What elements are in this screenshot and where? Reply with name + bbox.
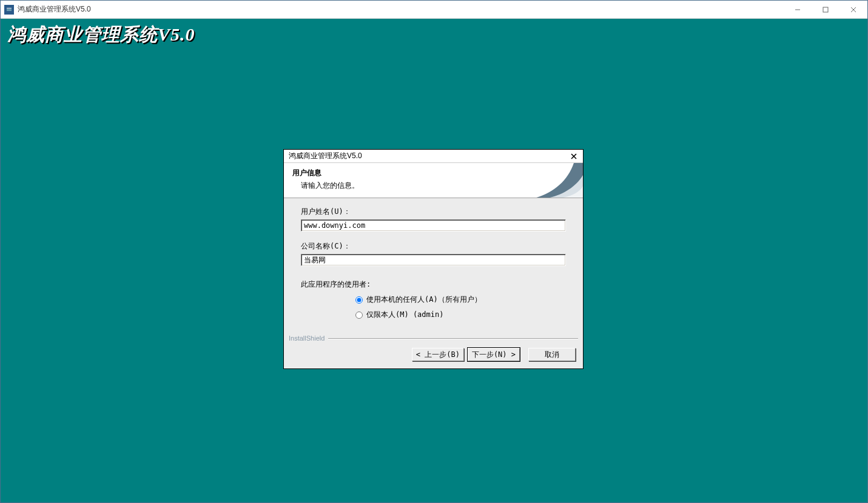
cancel-button[interactable]: 取消	[528, 348, 576, 361]
divider-line	[328, 338, 578, 339]
maximize-button[interactable]	[812, 1, 839, 18]
next-button[interactable]: 下一步(N) >	[468, 348, 520, 361]
app-window: 鸿威商业管理系统V5.0 鸿威商业管理系统V5.0 鸿威商业管理系统V5.0	[0, 0, 868, 503]
company-input[interactable]	[301, 254, 566, 266]
company-label: 公司名称(C)：	[301, 241, 566, 252]
installshield-brand: InstallShield	[289, 335, 325, 342]
close-button[interactable]	[839, 1, 867, 18]
installer-dialog: 鸿威商业管理系统V5.0 用户信息 请输入您的信息。	[283, 149, 584, 369]
app-icon	[4, 5, 14, 15]
dialog-header: 用户信息 请输入您的信息。	[284, 163, 583, 198]
dialog-close-button[interactable]	[567, 151, 580, 162]
username-input[interactable]	[301, 219, 566, 232]
svg-rect-2	[7, 9, 12, 10]
dialog-button-row: < 上一步(B) 下一步(N) > 取消	[284, 342, 583, 368]
user-scope-label: 此应用程序的使用者:	[301, 279, 566, 290]
dialog-title: 鸿威商业管理系统V5.0	[289, 151, 362, 161]
app-banner: 鸿威商业管理系统V5.0	[7, 22, 195, 47]
username-label: 用户姓名(U)：	[301, 207, 566, 217]
radio-only-me[interactable]	[355, 311, 363, 319]
radio-all-users-label[interactable]: 使用本机的任何人(A)（所有用户）	[366, 295, 482, 305]
branding-row: InstallShield	[284, 335, 583, 342]
svg-rect-3	[7, 10, 12, 11]
window-controls	[784, 1, 867, 18]
back-button[interactable]: < 上一步(B)	[412, 348, 464, 361]
svg-rect-1	[7, 8, 12, 8]
user-scope-section: 此应用程序的使用者: 使用本机的任何人(A)（所有用户） 仅限本人(M) (ad…	[301, 279, 566, 320]
svg-rect-5	[823, 7, 828, 12]
app-titlebar: 鸿威商业管理系统V5.0	[1, 1, 867, 19]
dialog-body: 用户姓名(U)： 公司名称(C)： 此应用程序的使用者: 使用本机的任何人(A)…	[284, 198, 583, 325]
radio-all-users[interactable]	[355, 296, 363, 304]
app-title: 鸿威商业管理系统V5.0	[18, 4, 91, 15]
page-curl-icon	[510, 163, 583, 198]
client-area: 鸿威商业管理系统V5.0 鸿威商业管理系统V5.0 用户信息 请输入您的信息。	[1, 19, 867, 502]
dialog-titlebar: 鸿威商业管理系统V5.0	[284, 150, 583, 163]
radio-only-me-label[interactable]: 仅限本人(M) (admin)	[366, 310, 443, 320]
minimize-button[interactable]	[784, 1, 812, 18]
